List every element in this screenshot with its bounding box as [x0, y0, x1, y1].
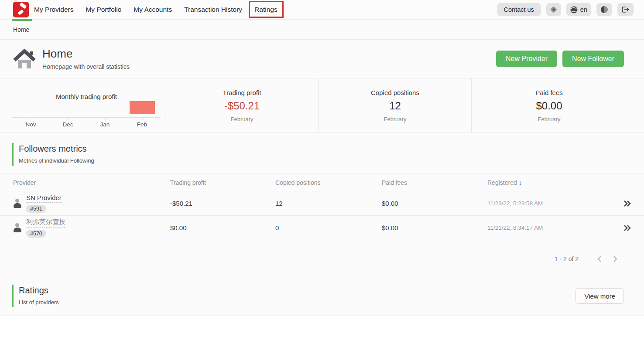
nav-item-transaction-history[interactable]: Transaction History	[184, 6, 242, 14]
language-label: en	[580, 6, 587, 13]
table-header-row: Provider Trading profit Copied positions…	[0, 173, 644, 191]
chart-x-tick-label: Dec	[49, 118, 86, 128]
cell-paid-fees: $0.00	[382, 200, 487, 207]
ratings-subtitle: List of providers	[19, 299, 59, 306]
double-chevron-right-icon	[623, 224, 632, 231]
provider-name-link[interactable]: 利弗莫尔宣投	[26, 218, 65, 228]
cell-registered: 11/21/22, 8:34:17 AM	[487, 224, 610, 231]
column-header-trading-profit[interactable]: Trading profit	[170, 179, 275, 186]
logout-button[interactable]	[617, 3, 634, 16]
provider-cell: 利弗莫尔宣投 #570	[13, 218, 170, 238]
monthly-trading-profit-chart: Monthly trading profit NovDecJanFeb	[0, 78, 165, 133]
stat-value: 12	[389, 100, 401, 112]
page: My Providers My Portfolio My Accounts Tr…	[0, 0, 644, 340]
mini-bar-chart: Monthly trading profit NovDecJanFeb	[12, 89, 161, 128]
cell-registered: 11/23/22, 5:23:58 AM	[487, 200, 610, 207]
navbar-actions: Contact us en	[497, 3, 634, 16]
chart-bar-slot	[123, 101, 161, 114]
page-header: Home Homepage with overall statistics Ne…	[0, 40, 644, 78]
active-tab-indicator	[12, 19, 32, 21]
pagination-next-button[interactable]	[611, 254, 620, 264]
chart-bar	[130, 101, 155, 114]
nav-links: My Providers My Portfolio My Accounts Tr…	[34, 6, 277, 14]
stat-card-trading-profit: Trading profit -$50.21 February	[165, 78, 319, 133]
followers-metrics-head: Followers metrics Metrics of individual …	[12, 143, 631, 166]
provider-cell: SN Provider #591	[13, 194, 170, 213]
table-row[interactable]: SN Provider #591 -$50.21 12 $0.00 11/23/…	[0, 191, 644, 216]
double-chevron-right-icon	[623, 200, 632, 207]
chart-x-tick-label: Jan	[86, 118, 123, 128]
provider-name-link[interactable]: SN Provider	[26, 194, 62, 203]
pagination-range-label: 1 - 2 of 2	[555, 255, 579, 262]
column-header-provider[interactable]: Provider	[13, 179, 170, 186]
theme-toggle-button[interactable]	[596, 3, 612, 16]
nav-item-my-accounts[interactable]: My Accounts	[134, 6, 172, 14]
chevron-left-icon	[597, 255, 602, 262]
pagination: 1 - 2 of 2	[0, 240, 644, 268]
language-button[interactable]: en	[566, 3, 591, 16]
page-title-block: Home Homepage with overall statistics	[42, 47, 130, 70]
nav-item-ratings-label: Ratings	[254, 6, 277, 13]
new-follower-button[interactable]: New Follower	[562, 51, 624, 67]
stat-period: February	[384, 116, 406, 122]
column-header-copied-positions[interactable]: Copied positions	[275, 179, 382, 186]
followers-metrics-subtitle: Metrics of individual Following	[19, 157, 631, 164]
nav-item-ratings[interactable]: Ratings	[254, 6, 277, 14]
chart-x-tick-label: Nov	[12, 118, 49, 128]
column-header-registered[interactable]: Registered↓	[487, 179, 610, 186]
chevron-right-icon	[613, 255, 618, 262]
gear-icon	[550, 6, 557, 13]
sort-desc-icon[interactable]: ↓	[519, 179, 522, 186]
stat-card-copied-positions: Copied positions 12 February	[319, 78, 471, 133]
view-more-button[interactable]: View more	[575, 288, 624, 304]
followers-table: Provider Trading profit Copied positions…	[0, 173, 644, 240]
mini-bar-chart-bars	[12, 101, 161, 117]
home-icon	[13, 48, 36, 69]
stat-period: February	[230, 116, 253, 122]
provider-id-badge: #570	[26, 230, 46, 238]
page-title: Home	[42, 47, 130, 61]
chart-title: Monthly trading profit	[12, 93, 161, 100]
provider-id-badge: #591	[26, 205, 46, 213]
contrast-icon	[600, 6, 608, 14]
top-navbar: My Providers My Portfolio My Accounts Tr…	[0, 0, 644, 20]
header-buttons: New Provider New Follower	[496, 51, 624, 67]
row-expand-button[interactable]	[623, 200, 632, 207]
cell-trading-profit: -$50.21	[170, 200, 275, 207]
cell-copied-positions: 12	[275, 200, 382, 207]
cell-trading-profit: $0.00	[170, 224, 275, 231]
stats-row: Monthly trading profit NovDecJanFeb Trad…	[0, 78, 644, 133]
globe-icon	[570, 6, 578, 14]
ratings-head: Ratings List of providers	[12, 285, 59, 307]
settings-button[interactable]	[546, 3, 561, 16]
contact-us-button[interactable]: Contact us	[497, 3, 541, 16]
stat-card-paid-fees: Paid fees $0.00 February	[471, 78, 627, 133]
nav-item-my-portfolio[interactable]: My Portfolio	[86, 6, 121, 14]
brand-logo-icon[interactable]	[13, 2, 29, 17]
stat-title: Copied positions	[371, 89, 419, 96]
logout-icon	[621, 6, 630, 13]
new-provider-button[interactable]: New Provider	[496, 51, 557, 67]
stat-period: February	[538, 116, 560, 122]
ratings-section: Ratings List of providers View more	[0, 276, 644, 316]
cell-copied-positions: 0	[275, 224, 382, 231]
ratings-title: Ratings	[19, 286, 59, 296]
person-icon	[13, 223, 22, 233]
followers-metrics-title: Followers metrics	[19, 144, 631, 154]
nav-item-my-providers[interactable]: My Providers	[34, 6, 73, 14]
followers-metrics-section: Followers metrics Metrics of individual …	[0, 133, 644, 166]
stat-title: Trading profit	[223, 89, 261, 96]
person-icon	[13, 198, 22, 209]
stat-value: $0.00	[536, 100, 562, 112]
table-row[interactable]: 利弗莫尔宣投 #570 $0.00 0 $0.00 11/21/22, 8:34…	[0, 216, 644, 240]
chart-x-tick-label: Feb	[123, 118, 161, 128]
column-header-paid-fees[interactable]: Paid fees	[382, 179, 487, 186]
stat-value: -$50.21	[224, 100, 260, 112]
footer-strip	[0, 316, 644, 340]
mini-bar-chart-labels: NovDecJanFeb	[12, 117, 161, 128]
row-expand-button[interactable]	[623, 224, 632, 231]
stat-title: Paid fees	[535, 89, 563, 96]
pagination-prev-button[interactable]	[595, 254, 604, 264]
breadcrumb: Home	[0, 20, 644, 40]
breadcrumb-home[interactable]: Home	[13, 26, 29, 33]
